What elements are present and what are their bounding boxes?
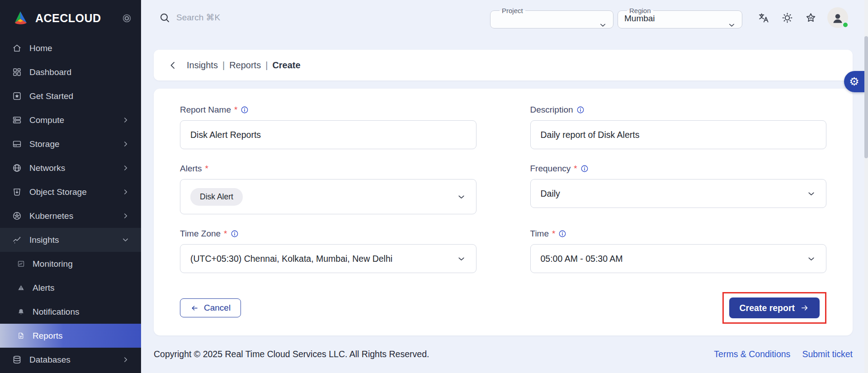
sidebar-item-alerts[interactable]: Alerts — [0, 276, 141, 300]
report-name-field: Report Name*Disk Alert Reports — [180, 105, 476, 149]
topbar: Project Region Mumbai — [141, 0, 868, 35]
main-region: Project Region Mumbai — [141, 0, 868, 373]
home-icon — [12, 43, 22, 53]
sidebar-item-label: Object Storage — [29, 187, 87, 197]
theme-toggle-sun-icon[interactable] — [781, 12, 793, 24]
time-zone-select[interactable]: (UTC+05:30) Chennai, Kolkata, Mumbai, Ne… — [180, 244, 476, 273]
sidebar-item-compute[interactable]: Compute — [0, 108, 141, 132]
breadcrumb-separator: | — [222, 60, 225, 71]
sidebar-item-notifications[interactable]: Notifications — [0, 300, 141, 324]
time-select[interactable]: 05:00 AM - 05:30 AM — [530, 244, 827, 273]
description-input[interactable]: Daily report of Disk Alerts — [530, 120, 827, 149]
annotation-highlight-box: Create report — [722, 292, 826, 324]
description-field: DescriptionDaily report of Disk Alerts — [530, 105, 827, 149]
report-name-input[interactable]: Disk Alert Reports — [180, 120, 476, 149]
sidebar-item-home[interactable]: Home — [0, 36, 141, 60]
sidebar-item-storage[interactable]: Storage — [0, 132, 141, 156]
info-icon[interactable] — [558, 230, 566, 238]
chevron-right-icon — [122, 212, 129, 220]
reports-icon — [17, 332, 25, 340]
sidebar-item-label: Databases — [29, 355, 71, 365]
time-value: 05:00 AM - 05:30 AM — [541, 254, 623, 264]
page-scrollbar[interactable] — [864, 0, 868, 373]
description-value: Daily report of Disk Alerts — [541, 130, 640, 140]
breadcrumb-separator: | — [265, 60, 268, 71]
frequency-select[interactable]: Daily — [530, 179, 827, 208]
app-window: ACECLOUD HomeDashboardGet StartedCompute… — [0, 0, 868, 373]
sidebar-item-databases[interactable]: Databases — [0, 348, 141, 372]
sidebar-item-label: Notifications — [33, 307, 80, 317]
breadcrumb-current: Create — [272, 60, 300, 71]
favorites-star-icon[interactable] — [805, 12, 817, 24]
arrow-left-icon — [190, 304, 199, 312]
submit-ticket-link[interactable]: Submit ticket — [802, 349, 853, 359]
report-name-label: Report Name — [180, 105, 231, 115]
arrow-right-icon — [800, 303, 809, 312]
chevron-down-icon — [807, 189, 816, 198]
sidebar-item-object-storage[interactable]: Object Storage — [0, 180, 141, 204]
terms-conditions-link[interactable]: Terms & Conditions — [714, 349, 790, 359]
project-select-label: Project — [500, 7, 525, 14]
create-report-button[interactable]: Create report — [729, 297, 820, 318]
sidebar-item-insights[interactable]: Insights — [0, 228, 141, 252]
language-translate-icon[interactable] — [758, 12, 770, 24]
sidebar: ACECLOUD HomeDashboardGet StartedCompute… — [0, 0, 141, 373]
sidebar-item-networks[interactable]: Networks — [0, 156, 141, 180]
alerts-icon — [17, 284, 25, 292]
cancel-button[interactable]: Cancel — [180, 298, 241, 317]
chevron-right-icon — [122, 140, 129, 148]
required-asterisk: * — [574, 164, 577, 174]
sidebar-collapse-icon[interactable] — [122, 13, 132, 24]
sidebar-item-label: Networks — [29, 163, 65, 173]
sidebar-item-kubernetes[interactable]: Kubernetes — [0, 204, 141, 228]
back-chevron-icon[interactable] — [168, 61, 178, 70]
dashboard-icon — [12, 67, 22, 77]
info-icon[interactable] — [231, 230, 239, 238]
chevron-right-icon — [122, 164, 129, 172]
networks-icon — [12, 163, 22, 173]
alerts-multiselect[interactable]: Disk Alert — [180, 179, 476, 214]
breadcrumb: Insights|Reports|Create — [187, 60, 301, 71]
time-field: Time*05:00 AM - 05:30 AM — [530, 229, 827, 273]
selected-chip[interactable]: Disk Alert — [190, 188, 243, 206]
settings-gear-button[interactable]: ⚙ — [844, 71, 864, 92]
sidebar-item-label: Kubernetes — [29, 211, 73, 221]
form-actions: Cancel Create report — [180, 292, 826, 324]
sidebar-item-label: Home — [29, 43, 52, 53]
info-icon[interactable] — [576, 106, 585, 114]
copyright-text: Copyright © 2025 Real Time Cloud Service… — [154, 349, 429, 359]
notifications-icon — [17, 308, 25, 316]
description-label: Description — [530, 105, 573, 115]
search-input[interactable] — [176, 13, 330, 23]
search-icon — [159, 12, 170, 23]
sidebar-item-reports[interactable]: Reports — [0, 324, 141, 348]
breadcrumb-item[interactable]: Reports — [229, 60, 261, 71]
global-search[interactable] — [159, 12, 490, 23]
time-label: Time — [530, 229, 549, 239]
chevron-down-icon — [122, 236, 129, 244]
region-select[interactable]: Region Mumbai — [618, 7, 742, 28]
create-report-button-label: Create report — [740, 303, 795, 313]
frequency-field: Frequency*Daily — [530, 164, 827, 214]
sidebar-item-label: Get Started — [29, 91, 73, 101]
sidebar-item-dashboard[interactable]: Dashboard — [0, 60, 141, 84]
alerts-label: Alerts — [180, 164, 202, 174]
sidebar-item-get-started[interactable]: Get Started — [0, 84, 141, 108]
create-report-form: Report Name*Disk Alert ReportsDescriptio… — [154, 89, 853, 335]
sidebar-item-label: Storage — [29, 139, 60, 149]
info-icon[interactable] — [580, 165, 589, 173]
breadcrumb-item[interactable]: Insights — [187, 60, 218, 71]
sidebar-item-label: Dashboard — [29, 67, 71, 77]
time-zone-field: Time Zone*(UTC+05:30) Chennai, Kolkata, … — [180, 229, 476, 273]
sidebar-item-monitoring[interactable]: Monitoring — [0, 252, 141, 276]
sidebar-item-label: Alerts — [33, 283, 55, 293]
region-select-value: Mumbai — [624, 14, 736, 24]
required-asterisk: * — [234, 105, 237, 115]
user-avatar[interactable] — [827, 7, 848, 28]
project-select[interactable]: Project — [490, 7, 613, 28]
scrollbar-thumb[interactable] — [864, 36, 868, 158]
project-select-value — [497, 14, 607, 24]
time-zone-label: Time Zone — [180, 229, 221, 239]
info-icon[interactable] — [241, 106, 249, 114]
acecloud-logo-icon — [11, 9, 30, 28]
